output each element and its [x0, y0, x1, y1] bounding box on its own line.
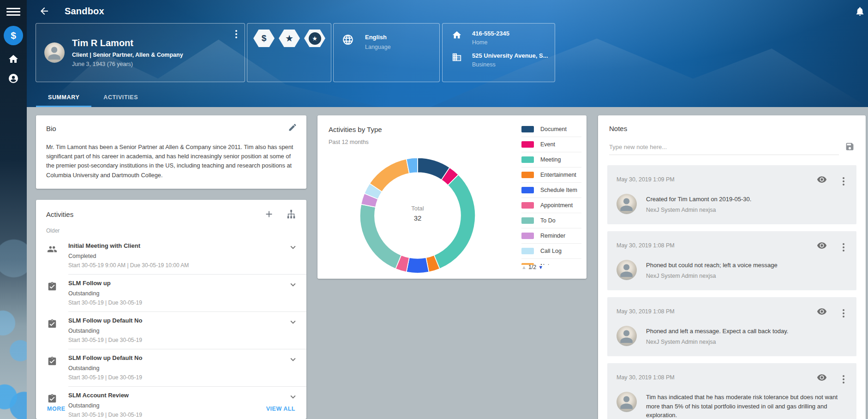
eye-icon[interactable]	[817, 240, 827, 251]
circle-star-hexagon-badge[interactable]: ★	[304, 30, 325, 47]
note-menu-icon[interactable]	[840, 372, 847, 386]
legend-label: Document	[540, 126, 567, 132]
address-row[interactable]: 525 University Avenue, S... Business	[452, 52, 555, 68]
note-menu-icon[interactable]	[840, 306, 847, 320]
account-icon[interactable]	[8, 73, 19, 84]
profile-menu-icon[interactable]	[233, 27, 240, 41]
activity-dates: Start 30-05-19 9:00 AM | Due 30-05-19 10…	[68, 262, 296, 269]
star-hexagon-badge[interactable]: ★	[279, 30, 300, 47]
legend-item[interactable]: Schedule Item	[521, 183, 581, 198]
language-value: English	[365, 34, 391, 41]
save-icon[interactable]	[845, 142, 855, 151]
pencil-icon[interactable]	[288, 123, 297, 132]
home-icon	[452, 30, 462, 40]
legend-item[interactable]: Call Log	[521, 244, 581, 259]
add-icon[interactable]	[264, 209, 274, 219]
note-author-avatar	[617, 194, 637, 214]
donut-segment-meeting[interactable]	[434, 175, 475, 269]
app-window: $ Sandbox Tim R Lamont C	[0, 0, 868, 419]
legend-page-down-icon[interactable]: ▼	[538, 264, 543, 270]
legend-label: Meeting	[540, 156, 561, 163]
task-icon	[47, 356, 57, 366]
activity-dates: Start 30-05-19 | Due 30-05-19	[68, 299, 296, 306]
donut-segment-to-do[interactable]	[360, 204, 401, 269]
client-birthdate: June 3, 1943 (76 years)	[72, 61, 183, 67]
activities-title: Activities	[46, 210, 73, 218]
more-button[interactable]: MORE	[47, 406, 66, 412]
chevron-down-icon[interactable]	[288, 242, 298, 252]
donut-chart[interactable]: Total 32	[355, 153, 480, 278]
note-item[interactable]: May 30, 2019 1:08 PM Tim has indicated t…	[607, 363, 856, 419]
legend-item[interactable]: Appointment	[521, 198, 581, 213]
donut-segment-note[interactable]	[370, 159, 409, 192]
legend-label: Event	[540, 141, 555, 148]
phone-number: 416-555-2345	[472, 30, 509, 37]
note-menu-icon[interactable]	[840, 174, 847, 188]
phone-row[interactable]: 416-555-2345 Home	[452, 30, 555, 46]
note-menu-icon[interactable]	[840, 240, 847, 254]
client-name: Tim R Lamont	[72, 38, 183, 48]
legend-item[interactable]: Event	[521, 137, 581, 152]
activity-row[interactable]: Initial Meeting with Client Completed St…	[36, 237, 306, 274]
chevron-down-icon[interactable]	[288, 317, 298, 327]
note-timestamp: May 30, 2019 1:08 PM	[617, 242, 847, 249]
note-timestamp: May 30, 2019 1:09 PM	[617, 176, 847, 183]
bio-title: Bio	[46, 125, 296, 132]
eye-icon[interactable]	[817, 174, 827, 185]
activity-row[interactable]: SLM Follow up Default No Outstanding Sta…	[36, 349, 306, 386]
badges-card: $ ★ ★	[247, 23, 331, 82]
donut-segment-schedule-item[interactable]	[407, 257, 429, 273]
org-chart-icon[interactable]	[286, 209, 296, 219]
eye-icon[interactable]	[817, 306, 827, 317]
activity-status: Outstanding	[68, 290, 296, 297]
notes-list: May 30, 2019 1:09 PM Created for Tim Lam…	[598, 165, 866, 419]
home-icon[interactable]	[8, 54, 19, 65]
dollar-hexagon-badge[interactable]: $	[253, 30, 275, 47]
legend-item[interactable]: Document	[521, 122, 581, 137]
activities-by-type-card: Activities by Type Past 12 months Total …	[317, 115, 587, 279]
note-item[interactable]: May 30, 2019 1:09 PM Created for Tim Lam…	[607, 165, 856, 224]
language-card: English Language	[333, 23, 440, 82]
view-all-button[interactable]: VIEW ALL	[266, 406, 295, 412]
note-item[interactable]: May 30, 2019 1:08 PM Phoned and left a m…	[607, 297, 856, 356]
client-subtitle: Client | Senior Partner, Allen & Company	[72, 52, 183, 58]
legend-page-number: 1/2	[528, 264, 536, 270]
legend-swatch	[521, 217, 534, 224]
chevron-down-icon[interactable]	[288, 280, 298, 290]
legend-item[interactable]: Entertainment	[521, 168, 581, 183]
note-author-avatar	[617, 260, 637, 280]
note-item[interactable]: May 30, 2019 1:08 PM Phoned but could no…	[607, 231, 856, 290]
tab-summary[interactable]: SUMMARY	[36, 89, 91, 107]
profile-avatar	[44, 42, 65, 63]
address-value: 525 University Avenue, S...	[472, 52, 548, 59]
activity-row[interactable]: SLM Follow up Default No Outstanding Sta…	[36, 311, 306, 349]
note-timestamp: May 30, 2019 1:08 PM	[617, 308, 847, 315]
bio-text: Mr. Tim Lamont has been a Senior Partner…	[46, 143, 296, 180]
eye-icon[interactable]	[817, 372, 827, 383]
note-author-avatar	[617, 392, 637, 412]
tab-activities[interactable]: ACTIVITIES	[91, 89, 150, 107]
activity-row[interactable]: SLM Follow up Outstanding Start 30-05-19…	[36, 274, 306, 311]
building-icon	[452, 52, 462, 62]
activity-dates: Start 30-05-19 | Due 30-05-19	[68, 337, 296, 343]
dollar-brand-icon[interactable]: $	[4, 26, 23, 45]
activity-title: SLM Follow up Default No	[68, 354, 296, 361]
legend-page-up-icon[interactable]: ▲	[521, 264, 527, 270]
globe-icon	[342, 34, 354, 46]
bio-card: Bio Mr. Tim Lamont has been a Senior Par…	[36, 115, 306, 189]
menu-icon[interactable]	[6, 6, 20, 17]
task-icon	[47, 319, 57, 329]
sidebar: $	[0, 0, 27, 419]
activity-title: SLM Follow up Default No	[68, 317, 296, 324]
activity-title: SLM Follow up	[68, 280, 296, 287]
new-note-input[interactable]	[609, 142, 839, 155]
activity-status: Outstanding	[68, 365, 296, 371]
top-app-bar: Sandbox	[27, 0, 868, 22]
chevron-down-icon[interactable]	[288, 354, 298, 365]
legend-item[interactable]: To Do	[521, 213, 581, 228]
note-message: Tim has indicated that he has moderate r…	[646, 393, 847, 419]
back-arrow-icon[interactable]	[39, 6, 50, 17]
tab-bar: SUMMARY ACTIVITIES	[36, 89, 150, 107]
legend-item[interactable]: Reminder	[521, 228, 581, 244]
legend-item[interactable]: Meeting	[521, 152, 581, 168]
